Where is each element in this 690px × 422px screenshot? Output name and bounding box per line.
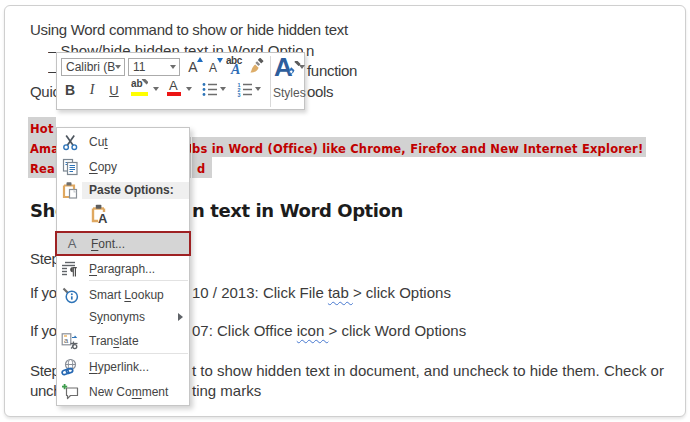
chevron-down-icon[interactable]: [115, 65, 121, 69]
clear-formatting-button[interactable]: abc A: [225, 57, 245, 79]
italic-button[interactable]: I: [86, 80, 98, 100]
chevron-down-icon[interactable]: [170, 65, 176, 69]
bold-button[interactable]: B: [63, 80, 77, 100]
chevron-down-icon[interactable]: [220, 87, 226, 91]
promo-line-hot: Hot: [28, 117, 56, 137]
promo-line-3-right: d: [192, 157, 212, 177]
shrink-font-arrow-icon: [217, 58, 223, 63]
chevron-down-icon[interactable]: [255, 87, 261, 91]
toc-line-1: Using Word command to show or hide hidde…: [30, 20, 348, 40]
context-menu: Cut Copy: [56, 127, 190, 406]
highlight-color-button[interactable]: ab: [130, 79, 150, 100]
font-size-combobox[interactable]: 11: [128, 58, 180, 76]
submenu-arrow-icon: [178, 313, 183, 321]
highlighter-pen-icon: [136, 79, 148, 91]
grow-font-button[interactable]: A: [183, 56, 203, 77]
styles-button[interactable]: A Styles: [273, 54, 305, 106]
promo-line-2-right: bs in Word (Office) like Chrome, Firefox…: [192, 137, 646, 157]
menu-item-font[interactable]: A Font...: [55, 231, 191, 256]
styles-label: Styles: [273, 86, 305, 100]
menu-item-new-comment[interactable]: New Comment: [57, 380, 189, 404]
bullets-button[interactable]: [201, 81, 218, 97]
paste-keep-text-only-button[interactable]: A: [57, 203, 189, 225]
spellcheck-wavy-icon: icon: [297, 322, 329, 339]
menu-item-synonyms[interactable]: Synonyms: [57, 305, 189, 329]
paste-clipboard-icon: [61, 181, 79, 199]
keep-text-only-icon: A: [88, 204, 108, 224]
chevron-down-icon[interactable]: [153, 87, 159, 91]
mini-format-toolbar: Calibri (B 11 A A abc A A: [56, 52, 305, 110]
font-a-icon: A: [63, 235, 81, 253]
menu-item-paste-options: Paste Options:: [57, 179, 189, 201]
menu-separator: [89, 280, 188, 281]
shrink-font-button[interactable]: A: [203, 58, 223, 77]
chevron-down-icon: [299, 65, 305, 69]
cut-scissors-icon: [61, 133, 79, 151]
menu-item-translate[interactable]: a Translate: [57, 329, 189, 353]
highlight-color-bar: [131, 92, 148, 96]
numbered-list-icon: 1 2 3: [237, 82, 253, 97]
menu-item-smart-lookup[interactable]: Smart Lookup: [57, 283, 189, 307]
menu-item-paragraph[interactable]: Paragraph...: [57, 257, 189, 281]
underline-button[interactable]: U: [107, 80, 121, 100]
format-painter-button[interactable]: [247, 56, 267, 76]
hyperlink-globe-icon: [61, 358, 79, 376]
font-name-combobox[interactable]: Calibri (B: [61, 58, 125, 76]
menu-item-cut[interactable]: Cut: [57, 130, 189, 154]
new-comment-icon: [61, 383, 79, 401]
paragraph-icon: [61, 260, 79, 278]
styles-brush-icon: [286, 61, 302, 77]
font-color-bar: [167, 92, 181, 96]
format-painter-brush-icon: [249, 58, 266, 75]
numbering-button[interactable]: 1 2 3: [236, 81, 253, 97]
menu-item-copy[interactable]: Copy: [57, 155, 189, 179]
font-color-button[interactable]: A: [166, 79, 182, 100]
screenshot-stage: Using Word command to show or hide hidde…: [0, 0, 690, 422]
translate-icon: a: [61, 332, 79, 350]
chevron-down-icon[interactable]: [186, 87, 192, 91]
toolbar-separator: [270, 56, 271, 107]
spellcheck-wavy-tab: tab: [328, 284, 353, 301]
svg-text:3: 3: [237, 91, 240, 96]
smart-lookup-icon: [61, 286, 79, 304]
menu-item-hyperlink[interactable]: Hyperlink...: [57, 355, 189, 379]
svg-text:A: A: [98, 211, 108, 225]
copy-icon: [61, 158, 79, 176]
bullet-list-icon: [202, 82, 218, 97]
